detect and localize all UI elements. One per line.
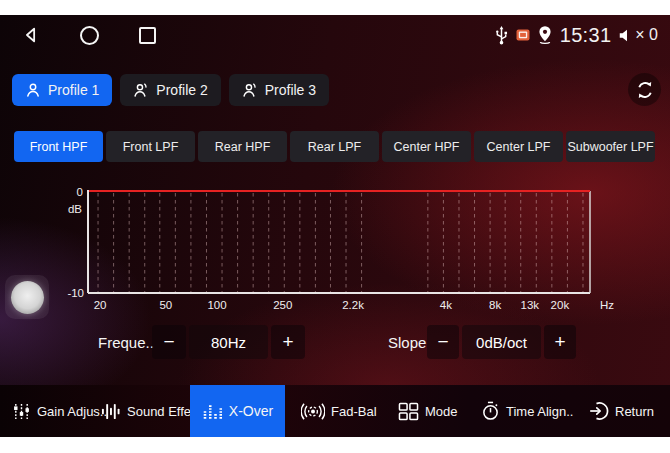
profile-tab-2[interactable]: Profile 2 — [120, 74, 220, 106]
x-tick-13k: 13k — [520, 299, 539, 311]
frequency-decrease-button[interactable]: − — [152, 325, 186, 359]
volume-knob[interactable] — [5, 275, 49, 319]
nav-item-mode[interactable]: Mode — [398, 385, 458, 437]
profile-tab-label: Profile 3 — [265, 82, 316, 98]
sd-card-icon — [516, 29, 530, 41]
head-unit-screen: 15:31 × 0 Profile 1Profile 2Profile 3 Fr… — [0, 15, 670, 437]
equalizer-bars-icon — [202, 402, 223, 421]
filter-tab-rear-hpf[interactable]: Rear HPF — [198, 131, 287, 162]
stopwatch-icon — [481, 401, 500, 421]
screenshot-frame: 15:31 × 0 Profile 1Profile 2Profile 3 Fr… — [0, 0, 670, 453]
crossover-chart: 0dB-1020501002502.2k4k8k13k20kHz — [60, 183, 618, 315]
nav-item-label: Time Align.. — [506, 404, 573, 419]
chart-svg: 0dB-1020501002502.2k4k8k13k20kHz — [60, 183, 618, 315]
grid-icon — [398, 402, 419, 421]
slope-increase-button[interactable]: + — [544, 325, 576, 359]
location-icon — [537, 25, 553, 45]
profile-tab-label: Profile 2 — [156, 82, 207, 98]
android-nav-keys — [22, 26, 156, 45]
nav-item-sound-effe[interactable]: Sound Effe.. — [100, 385, 198, 437]
filter-tab-front-lpf[interactable]: Front LPF — [106, 131, 195, 162]
nav-item-label: Gain Adjus.. — [37, 404, 107, 419]
nav-item-label: Fad-Bal — [331, 404, 377, 419]
profile-tab-label: Profile 1 — [48, 82, 99, 98]
x-tick-2-2k: 2.2k — [342, 299, 364, 311]
slope-decrease-button[interactable]: − — [427, 325, 459, 359]
volume-level-text: × 0 — [635, 26, 658, 44]
usb-icon — [494, 25, 509, 46]
nav-item-label: Return — [615, 404, 654, 419]
x-tick-4k: 4k — [440, 299, 452, 311]
person-icon — [25, 82, 41, 98]
person-wave-icon — [242, 82, 258, 98]
muted-volume-indicator: × 0 — [618, 26, 658, 44]
frequency-label: Freque.. — [98, 325, 154, 359]
slope-label: Slope — [388, 325, 426, 359]
x-tick-250: 250 — [273, 299, 292, 311]
x-tick-20: 20 — [94, 299, 107, 311]
status-bar: 15:31 × 0 — [0, 15, 670, 55]
y-tick-0db: 0 — [77, 186, 83, 198]
nav-item-fad-bal[interactable]: Fad-Bal — [301, 385, 377, 437]
nav-item-x-over[interactable]: X-Over — [190, 385, 285, 437]
frequency-value: 80Hz — [189, 325, 268, 359]
filter-tab-subwoofer-lpf[interactable]: Subwoofer LPF — [566, 131, 655, 162]
x-tick-100: 100 — [207, 299, 226, 311]
back-button[interactable] — [22, 26, 40, 44]
clock: 15:31 — [560, 24, 612, 47]
x-tick-20k: 20k — [551, 299, 570, 311]
recents-button[interactable] — [139, 27, 156, 44]
nav-item-label: Mode — [425, 404, 458, 419]
return-arrow-icon — [589, 401, 609, 421]
frequency-increase-button[interactable]: + — [271, 325, 305, 359]
filter-tab-front-hpf[interactable]: Front HPF — [14, 131, 103, 162]
sync-icon — [633, 78, 657, 102]
bottom-nav: Gain Adjus..Sound Effe..X-OverFad-BalMod… — [0, 385, 670, 437]
profile-tabs: Profile 1Profile 2Profile 3 — [12, 74, 329, 106]
filter-tab-center-lpf[interactable]: Center LPF — [474, 131, 563, 162]
x-axis-unit-hz: Hz — [600, 299, 614, 311]
y-tick-minus10db: -10 — [67, 287, 84, 299]
slope-value: 0dB/oct — [462, 325, 541, 359]
profile-tab-3[interactable]: Profile 3 — [229, 74, 329, 106]
home-button[interactable] — [80, 26, 99, 45]
person-wave-icon — [133, 82, 149, 98]
filter-tab-center-hpf[interactable]: Center HPF — [382, 131, 471, 162]
speaker-muted-icon — [618, 28, 633, 43]
filter-tabs: Front HPFFront LPFRear HPFRear LPFCenter… — [14, 131, 655, 162]
sliders-icon — [12, 402, 31, 421]
nav-item-time-align[interactable]: Time Align.. — [481, 385, 573, 437]
speaker-waves-icon — [301, 402, 325, 421]
nav-item-return[interactable]: Return — [589, 385, 654, 437]
profile-tab-1[interactable]: Profile 1 — [12, 74, 112, 106]
x-tick-8k: 8k — [489, 299, 501, 311]
nav-item-label: Sound Effe.. — [127, 404, 198, 419]
filter-tab-rear-lpf[interactable]: Rear LPF — [290, 131, 379, 162]
knob-indicator — [11, 281, 44, 314]
x-tick-50: 50 — [159, 299, 172, 311]
y-axis-unit-db: dB — [68, 203, 82, 215]
nav-item-gain-adjus[interactable]: Gain Adjus.. — [12, 385, 107, 437]
nav-item-label: X-Over — [229, 403, 273, 419]
refresh-button[interactable] — [628, 73, 661, 106]
waveform-icon — [100, 402, 121, 421]
status-icons: 15:31 × 0 — [494, 24, 658, 47]
